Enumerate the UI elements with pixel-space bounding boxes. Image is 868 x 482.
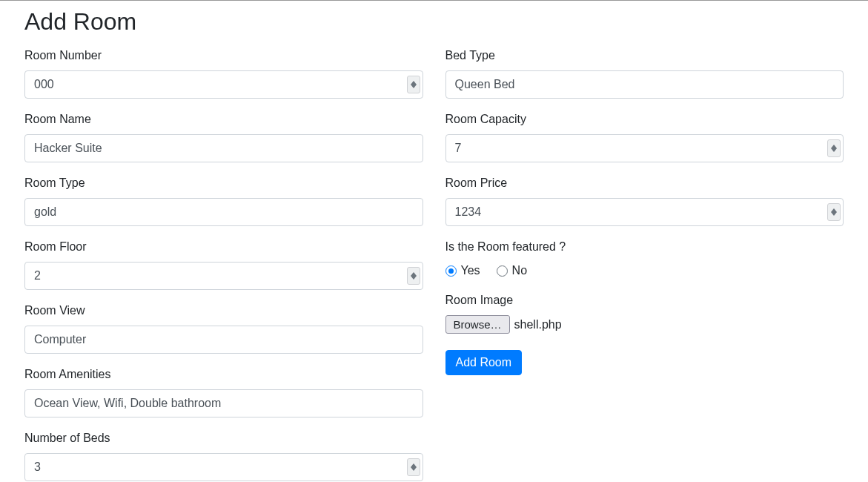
featured-yes-radio[interactable]	[445, 265, 457, 277]
stepper-icon[interactable]	[407, 458, 420, 476]
room-price-label: Room Price	[445, 174, 844, 192]
room-capacity-label: Room Capacity	[445, 110, 844, 128]
featured-no-label: No	[512, 262, 527, 280]
stepper-icon[interactable]	[827, 203, 841, 221]
room-view-input[interactable]	[24, 326, 423, 354]
room-type-input[interactable]	[24, 198, 423, 226]
page-title: Add Room	[24, 4, 844, 39]
bed-type-input[interactable]	[445, 70, 844, 99]
room-name-label: Room Name	[24, 110, 423, 128]
add-room-button[interactable]: Add Room	[445, 350, 523, 375]
room-price-input[interactable]	[445, 198, 844, 226]
room-floor-input[interactable]	[24, 262, 423, 290]
room-floor-label: Room Floor	[24, 238, 423, 256]
stepper-icon[interactable]	[407, 76, 420, 93]
room-type-label: Room Type	[24, 174, 423, 192]
number-of-beds-input[interactable]	[24, 453, 423, 481]
stepper-icon[interactable]	[407, 267, 420, 285]
room-view-label: Room View	[24, 302, 423, 320]
room-amenities-input[interactable]	[24, 389, 423, 417]
featured-label: Is the Room featured ?	[445, 238, 844, 256]
number-of-beds-label: Number of Beds	[24, 429, 423, 447]
browse-button[interactable]: Browse…	[445, 315, 510, 334]
room-image-label: Room Image	[445, 291, 844, 309]
room-capacity-input[interactable]	[445, 134, 844, 162]
room-number-input[interactable]	[24, 70, 423, 99]
form-right-column: Bed Type Room Capacity Room Price	[445, 47, 844, 482]
room-name-input[interactable]	[24, 134, 423, 162]
room-amenities-label: Room Amenities	[24, 366, 423, 383]
form-left-column: Room Number Room Name Room Type Room	[24, 47, 423, 482]
selected-file-name: shell.php	[514, 316, 562, 334]
featured-no-radio[interactable]	[497, 265, 508, 277]
featured-yes-label: Yes	[461, 262, 480, 280]
stepper-icon[interactable]	[827, 139, 841, 157]
bed-type-label: Bed Type	[445, 47, 844, 65]
room-number-label: Room Number	[24, 47, 423, 65]
